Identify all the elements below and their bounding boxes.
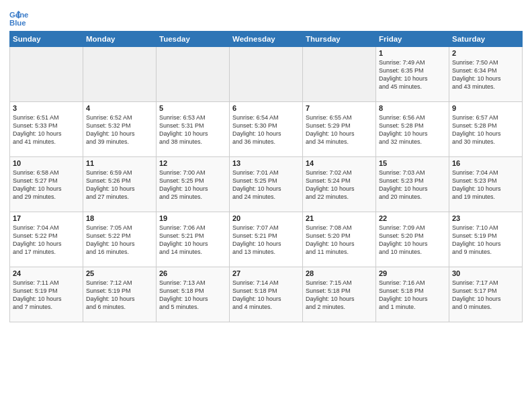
day-info: Sunrise: 7:02 AM Sunset: 5:24 PM Dayligh…: [306, 169, 373, 201]
calendar-cell: 7Sunrise: 6:55 AM Sunset: 5:29 PM Daylig…: [303, 102, 376, 157]
day-number: 21: [306, 214, 373, 222]
calendar-cell: [83, 47, 157, 102]
day-number: 16: [452, 159, 519, 167]
calendar-cell: 27Sunrise: 7:14 AM Sunset: 5:18 PM Dayli…: [230, 267, 303, 322]
day-info: Sunrise: 6:59 AM Sunset: 5:26 PM Dayligh…: [86, 169, 153, 201]
calendar-cell: 24Sunrise: 7:11 AM Sunset: 5:19 PM Dayli…: [10, 267, 83, 322]
day-number: 6: [232, 104, 300, 112]
weekday-header-thursday: Thursday: [303, 32, 376, 47]
day-number: 18: [86, 214, 153, 222]
day-number: 13: [232, 159, 300, 167]
day-info: Sunrise: 7:12 AM Sunset: 5:19 PM Dayligh…: [86, 279, 153, 312]
day-info: Sunrise: 7:13 AM Sunset: 5:18 PM Dayligh…: [159, 279, 226, 312]
day-info: Sunrise: 7:06 AM Sunset: 5:21 PM Dayligh…: [159, 224, 226, 257]
calendar-cell: 20Sunrise: 7:07 AM Sunset: 5:21 PM Dayli…: [230, 212, 303, 267]
weekday-header-friday: Friday: [376, 32, 449, 47]
day-number: 9: [452, 104, 519, 112]
calendar-cell: 28Sunrise: 7:15 AM Sunset: 5:18 PM Dayli…: [303, 267, 376, 322]
day-info: Sunrise: 6:58 AM Sunset: 5:27 PM Dayligh…: [13, 169, 80, 201]
calendar-cell: 18Sunrise: 7:05 AM Sunset: 5:22 PM Dayli…: [83, 212, 157, 267]
logo: General Blue: [9, 9, 28, 28]
calendar-cell: 3Sunrise: 6:51 AM Sunset: 5:33 PM Daylig…: [10, 102, 83, 157]
day-number: 10: [13, 159, 80, 167]
calendar-cell: 15Sunrise: 7:03 AM Sunset: 5:23 PM Dayli…: [376, 157, 449, 212]
weekday-header-wednesday: Wednesday: [230, 32, 303, 47]
day-info: Sunrise: 7:04 AM Sunset: 5:22 PM Dayligh…: [13, 224, 80, 257]
calendar-cell: 23Sunrise: 7:10 AM Sunset: 5:19 PM Dayli…: [449, 212, 523, 267]
calendar-cell: 6Sunrise: 6:54 AM Sunset: 5:30 PM Daylig…: [230, 102, 303, 157]
day-number: 14: [306, 159, 373, 167]
calendar-cell: [157, 47, 230, 102]
calendar-week-row: 24Sunrise: 7:11 AM Sunset: 5:19 PM Dayli…: [10, 267, 523, 322]
day-number: 2: [452, 49, 519, 57]
day-info: Sunrise: 7:01 AM Sunset: 5:25 PM Dayligh…: [232, 169, 300, 201]
day-number: 26: [159, 269, 226, 277]
day-info: Sunrise: 7:07 AM Sunset: 5:21 PM Dayligh…: [232, 224, 300, 257]
day-number: 11: [86, 159, 153, 167]
day-number: 1: [379, 49, 446, 57]
day-number: 30: [452, 269, 519, 277]
calendar-cell: [10, 47, 83, 102]
day-number: 24: [13, 269, 80, 277]
calendar-cell: 1Sunrise: 7:49 AM Sunset: 6:35 PM Daylig…: [376, 47, 449, 102]
day-info: Sunrise: 7:00 AM Sunset: 5:25 PM Dayligh…: [159, 169, 226, 201]
calendar-cell: 16Sunrise: 7:04 AM Sunset: 5:23 PM Dayli…: [449, 157, 523, 212]
day-number: 25: [86, 269, 153, 277]
calendar-table: SundayMondayTuesdayWednesdayThursdayFrid…: [9, 31, 523, 322]
day-info: Sunrise: 7:50 AM Sunset: 6:34 PM Dayligh…: [452, 58, 519, 91]
day-info: Sunrise: 6:56 AM Sunset: 5:28 PM Dayligh…: [379, 113, 446, 146]
day-info: Sunrise: 6:51 AM Sunset: 5:33 PM Dayligh…: [13, 113, 80, 146]
weekday-header-row: SundayMondayTuesdayWednesdayThursdayFrid…: [10, 32, 523, 47]
calendar-cell: 2Sunrise: 7:50 AM Sunset: 6:34 PM Daylig…: [449, 47, 523, 102]
day-info: Sunrise: 7:04 AM Sunset: 5:23 PM Dayligh…: [452, 169, 519, 201]
calendar-week-row: 17Sunrise: 7:04 AM Sunset: 5:22 PM Dayli…: [10, 212, 523, 267]
day-info: Sunrise: 6:57 AM Sunset: 5:28 PM Dayligh…: [452, 113, 519, 146]
day-number: 27: [232, 269, 300, 277]
weekday-header-tuesday: Tuesday: [157, 32, 230, 47]
calendar-cell: 30Sunrise: 7:17 AM Sunset: 5:17 PM Dayli…: [449, 267, 523, 322]
calendar-week-row: 3Sunrise: 6:51 AM Sunset: 5:33 PM Daylig…: [10, 102, 523, 157]
weekday-header-saturday: Saturday: [449, 32, 523, 47]
calendar-cell: 5Sunrise: 6:53 AM Sunset: 5:31 PM Daylig…: [157, 102, 230, 157]
day-number: 4: [86, 104, 153, 112]
calendar-cell: 10Sunrise: 6:58 AM Sunset: 5:27 PM Dayli…: [10, 157, 83, 212]
day-info: Sunrise: 7:10 AM Sunset: 5:19 PM Dayligh…: [452, 224, 519, 257]
logo-icon: General Blue: [9, 9, 28, 28]
day-number: 5: [159, 104, 226, 112]
day-info: Sunrise: 6:53 AM Sunset: 5:31 PM Dayligh…: [159, 113, 226, 146]
day-number: 19: [159, 214, 226, 222]
day-number: 28: [306, 269, 373, 277]
day-info: Sunrise: 7:17 AM Sunset: 5:17 PM Dayligh…: [452, 279, 519, 312]
day-info: Sunrise: 7:03 AM Sunset: 5:23 PM Dayligh…: [379, 169, 446, 201]
calendar-cell: 12Sunrise: 7:00 AM Sunset: 5:25 PM Dayli…: [157, 157, 230, 212]
calendar-cell: 25Sunrise: 7:12 AM Sunset: 5:19 PM Dayli…: [83, 267, 157, 322]
day-info: Sunrise: 7:05 AM Sunset: 5:22 PM Dayligh…: [86, 224, 153, 257]
day-number: 22: [379, 214, 446, 222]
day-info: Sunrise: 7:49 AM Sunset: 6:35 PM Dayligh…: [379, 58, 446, 91]
day-info: Sunrise: 6:54 AM Sunset: 5:30 PM Dayligh…: [232, 113, 300, 146]
calendar-cell: 29Sunrise: 7:16 AM Sunset: 5:18 PM Dayli…: [376, 267, 449, 322]
day-info: Sunrise: 7:16 AM Sunset: 5:18 PM Dayligh…: [379, 279, 446, 312]
day-info: Sunrise: 7:15 AM Sunset: 5:18 PM Dayligh…: [306, 279, 373, 312]
calendar-cell: 14Sunrise: 7:02 AM Sunset: 5:24 PM Dayli…: [303, 157, 376, 212]
day-number: 12: [159, 159, 226, 167]
day-info: Sunrise: 6:55 AM Sunset: 5:29 PM Dayligh…: [306, 113, 373, 146]
day-number: 7: [306, 104, 373, 112]
calendar-cell: 9Sunrise: 6:57 AM Sunset: 5:28 PM Daylig…: [449, 102, 523, 157]
calendar-cell: 19Sunrise: 7:06 AM Sunset: 5:21 PM Dayli…: [157, 212, 230, 267]
day-number: 20: [232, 214, 300, 222]
day-number: 17: [13, 214, 80, 222]
calendar-cell: 22Sunrise: 7:09 AM Sunset: 5:20 PM Dayli…: [376, 212, 449, 267]
calendar-cell: 21Sunrise: 7:08 AM Sunset: 5:20 PM Dayli…: [303, 212, 376, 267]
day-info: Sunrise: 7:14 AM Sunset: 5:18 PM Dayligh…: [232, 279, 300, 312]
day-info: Sunrise: 7:09 AM Sunset: 5:20 PM Dayligh…: [379, 224, 446, 257]
calendar-cell: [303, 47, 376, 102]
page-container: General Blue SundayMondayTuesdayWednesda…: [0, 0, 532, 326]
calendar-cell: 4Sunrise: 6:52 AM Sunset: 5:32 PM Daylig…: [83, 102, 157, 157]
calendar-week-row: 10Sunrise: 6:58 AM Sunset: 5:27 PM Dayli…: [10, 157, 523, 212]
weekday-header-sunday: Sunday: [10, 32, 83, 47]
day-number: 8: [379, 104, 446, 112]
header: General Blue: [9, 7, 523, 28]
calendar-cell: [230, 47, 303, 102]
day-number: 3: [13, 104, 80, 112]
